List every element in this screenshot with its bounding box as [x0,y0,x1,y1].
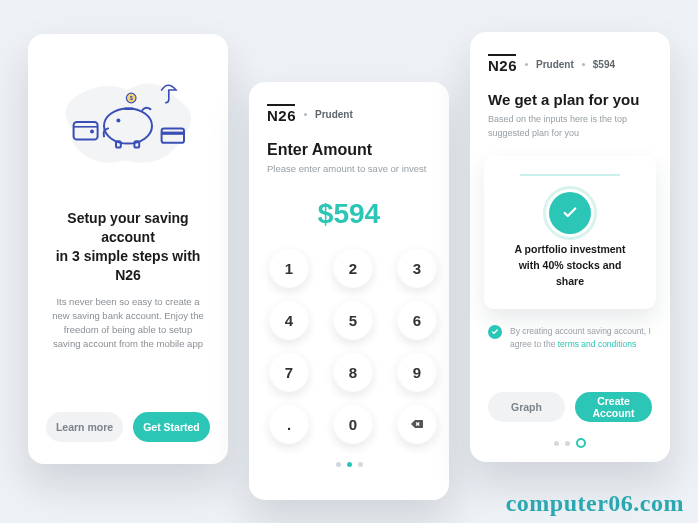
create-account-button[interactable]: Create Account [575,392,652,422]
svg-point-3 [116,118,120,122]
separator-dot [582,63,585,66]
amount-subtitle: Please enter amount to save or invest [249,159,449,174]
key-2[interactable]: 2 [333,248,373,288]
graph-button[interactable]: Graph [488,392,565,422]
pager-ring-active [576,438,586,448]
brand-logo: N26 [488,54,517,75]
consent-row[interactable]: By creating account saving account, I ag… [470,309,670,351]
plan-actions: Graph Create Account [470,392,670,422]
consent-checkbox[interactable] [488,325,502,339]
key-1[interactable]: 1 [269,248,309,288]
card-accent-line [520,174,620,176]
key-0[interactable]: 0 [333,404,373,444]
watermark-text: computer06.com [506,490,684,517]
onboarding-illustration: $ [28,34,228,209]
key-9[interactable]: 9 [397,352,437,392]
check-icon [561,204,579,222]
pager-dot-active [347,462,352,467]
onboarding-description: Its never been so easy to create a new s… [28,285,228,352]
onboarding-screen: $ [28,34,228,464]
breadcrumb-amount: $594 [593,59,615,70]
pager-dot [336,462,341,467]
svg-rect-4 [124,107,134,109]
pager-dot [358,462,363,467]
numeric-keypad: 1 2 3 4 5 6 7 8 9 . 0 [249,230,449,456]
plan-subtitle: Based on the inputs here is the top sugg… [470,108,670,140]
learn-more-button[interactable]: Learn more [46,412,123,442]
key-5[interactable]: 5 [333,300,373,340]
breadcrumb-prudent: Prudent [536,59,574,70]
title-brand: N26 [115,267,141,283]
pager-dot [565,441,570,446]
onboarding-title: Setup your saving account in 3 simple st… [28,209,228,285]
coin-icon: $ [126,93,136,103]
onboarding-actions: Learn more Get Started [28,412,228,442]
terms-link[interactable]: terms and conditions [558,339,636,349]
check-badge [549,192,591,234]
amount-title: Enter Amount [249,131,449,159]
key-backspace[interactable] [397,404,437,444]
key-6[interactable]: 6 [397,300,437,340]
amount-pager [249,456,449,479]
consent-text: By creating account saving account, I ag… [510,325,652,351]
separator-dot [525,63,528,66]
plan-pager [470,438,670,448]
separator-dot [304,113,307,116]
backspace-icon [409,416,425,432]
get-started-button[interactable]: Get Started [133,412,210,442]
pager-dot [554,441,559,446]
key-4[interactable]: 4 [269,300,309,340]
plan-card-text: A portfolio investment with 40% stocks a… [498,242,642,289]
key-8[interactable]: 8 [333,352,373,392]
title-line1: Setup your saving account [67,210,188,245]
key-7[interactable]: 7 [269,352,309,392]
svg-point-8 [90,129,94,133]
plan-title: We get a plan for you [470,81,670,108]
plan-screen: N26 Prudent $594 We get a plan for you B… [470,32,670,462]
illustration-svg: $ [48,62,208,182]
check-icon [491,328,499,336]
breadcrumb-prudent: Prudent [315,109,353,120]
svg-rect-10 [162,131,184,134]
title-line2-prefix: in 3 simple steps with [56,248,201,264]
key-3[interactable]: 3 [397,248,437,288]
brand-logo: N26 [267,104,296,125]
amount-header: N26 Prudent [249,82,449,131]
plan-card: A portfolio investment with 40% stocks a… [484,156,656,309]
plan-header: N26 Prudent $594 [470,32,670,81]
key-dot[interactable]: . [269,404,309,444]
amount-screen: N26 Prudent Enter Amount Please enter am… [249,82,449,500]
amount-display: $594 [249,198,449,230]
